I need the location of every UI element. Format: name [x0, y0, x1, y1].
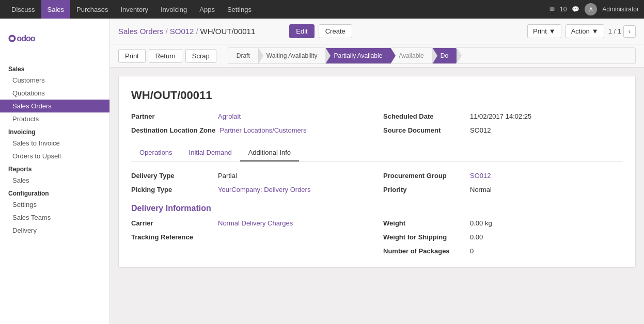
breadcrumb-current: WH/OUT/00011	[200, 27, 256, 36]
scrap-button[interactable]: Scrap	[185, 49, 216, 63]
sidebar-item-products[interactable]: Products	[0, 112, 109, 125]
status-draft[interactable]: Draft	[228, 48, 258, 63]
status-waiting[interactable]: Waiting Availability	[258, 48, 326, 63]
partner-value[interactable]: Agrolait	[218, 112, 241, 120]
source-doc-label: Source Document	[383, 126, 466, 134]
num-packages-value: 0	[470, 247, 474, 255]
print-action-button[interactable]: Print	[118, 49, 146, 63]
partner-label: Partner	[131, 112, 214, 120]
tab-operations[interactable]: Operations	[131, 144, 181, 161]
sidebar-item-sales-reports[interactable]: Sales	[0, 174, 109, 187]
nav-settings[interactable]: Settings	[221, 0, 258, 19]
print-button[interactable]: Print ▼	[527, 24, 561, 38]
sidebar-section-reports: Reports Sales	[0, 163, 109, 187]
weight-value: 0.00 kg	[470, 219, 492, 227]
picking-type-row: Picking Type YourCompany: Delivery Order…	[131, 186, 371, 193]
sidebar-item-sales-to-invoice[interactable]: Sales to Invoice	[0, 137, 109, 150]
nav-sales[interactable]: Sales	[41, 0, 71, 19]
form-fields: Partner Agrolait Destination Location Zo…	[131, 112, 623, 134]
weight-row: Weight 0.00 kg	[383, 219, 623, 227]
source-doc-value: SO012	[470, 126, 491, 134]
scheduled-date-label: Scheduled Date	[383, 112, 466, 120]
nav-inventory[interactable]: Inventory	[114, 0, 154, 19]
sidebar-title-reports: Reports	[0, 163, 109, 174]
edit-button[interactable]: Edit	[289, 24, 314, 38]
status-bar: Draft Waiting Availability Partially Ava…	[228, 47, 636, 64]
action-button[interactable]: Action ▼	[566, 24, 604, 38]
status-partially-available[interactable]: Partially Available	[325, 48, 390, 63]
tracking-ref-label: Tracking Reference	[131, 233, 214, 241]
print-dropdown-icon: ▼	[549, 27, 556, 35]
notification-icon[interactable]: ✉	[549, 6, 555, 13]
tracking-ref-row: Tracking Reference	[131, 233, 371, 241]
sidebar-item-customers[interactable]: Customers	[0, 74, 109, 87]
weight-label: Weight	[383, 219, 466, 227]
svg-point-1	[10, 37, 14, 40]
scheduled-date-row: Scheduled Date 11/02/2017 14:02:25	[383, 112, 623, 120]
priority-label: Priority	[383, 186, 466, 193]
chat-icon[interactable]: 💬	[572, 6, 579, 13]
logo-area: odoo	[0, 19, 109, 62]
tabs: Operations Initial Demand Additional Inf…	[131, 144, 623, 161]
nav-apps[interactable]: Apps	[193, 0, 221, 19]
num-packages-label: Number of Packages	[383, 247, 466, 255]
notification-count: 10	[560, 6, 567, 13]
delivery-right: Weight 0.00 kg Weight for Shipping 0.00 …	[383, 219, 623, 255]
delivery-left: Carrier Normal Delivery Charges Tracking…	[131, 219, 371, 255]
sidebar-item-quotations[interactable]: Quotations	[0, 87, 109, 100]
sidebar-title-invoicing: Invoicing	[0, 125, 109, 137]
tab-additional-info[interactable]: Additional Info	[240, 144, 299, 161]
breadcrumb-sales-orders[interactable]: Sales Orders	[118, 27, 164, 36]
create-button[interactable]: Create	[319, 24, 352, 38]
breadcrumb-sep-2: /	[196, 27, 198, 36]
delivery-info-title: Delivery Information	[131, 204, 623, 213]
top-bar: Sales Orders / SO012 / WH/OUT/00011 Edit…	[110, 19, 644, 44]
sidebar-item-sales-orders[interactable]: Sales Orders	[0, 100, 109, 112]
destination-label: Destination Location Zone	[131, 126, 215, 134]
nav-discuss[interactable]: Discuss	[5, 0, 41, 19]
pagination-text: 1 / 1	[608, 27, 621, 35]
odoo-logo: odoo	[8, 27, 39, 54]
action-bar: Print Return Scrap Draft Waiting Availab…	[110, 44, 644, 68]
return-button[interactable]: Return	[149, 49, 182, 63]
additional-info-grid: Delivery Type Partial Picking Type YourC…	[131, 172, 623, 193]
carrier-label: Carrier	[131, 219, 214, 227]
nav-invoicing[interactable]: Invoicing	[154, 0, 193, 19]
nav-purchases[interactable]: Purchases	[70, 0, 114, 19]
pagination: 1 / 1 ‹	[608, 25, 636, 38]
sidebar: odoo Sales Customers Quotations Sales Or…	[0, 19, 110, 324]
breadcrumb: Sales Orders / SO012 / WH/OUT/00011	[118, 27, 285, 36]
sidebar-item-orders-to-upsell[interactable]: Orders to Upsell	[0, 150, 109, 163]
sidebar-item-delivery[interactable]: Delivery	[0, 224, 109, 237]
sidebar-item-settings[interactable]: Settings	[0, 198, 109, 211]
top-navigation: Discuss Sales Purchases Inventory Invoic…	[0, 0, 644, 19]
priority-value: Normal	[470, 186, 492, 193]
info-right: Procurement Group SO012 Priority Normal	[383, 172, 623, 193]
picking-type-value[interactable]: YourCompany: Delivery Orders	[218, 186, 310, 193]
destination-field-row: Destination Location Zone Partner Locati…	[131, 126, 371, 134]
sidebar-section-sales: Sales Customers Quotations Sales Orders …	[0, 62, 109, 125]
additional-info-content: Delivery Type Partial Picking Type YourC…	[131, 172, 623, 255]
avatar[interactable]: A	[585, 3, 597, 15]
sidebar-item-sales-teams[interactable]: Sales Teams	[0, 211, 109, 224]
delivery-info-grid: Carrier Normal Delivery Charges Tracking…	[131, 219, 623, 255]
prev-page-button[interactable]: ‹	[623, 25, 636, 38]
tab-initial-demand[interactable]: Initial Demand	[181, 144, 240, 161]
procurement-group-value[interactable]: SO012	[470, 172, 491, 180]
priority-row: Priority Normal	[383, 186, 623, 193]
carrier-row: Carrier Normal Delivery Charges	[131, 219, 371, 227]
nav-items: Discuss Sales Purchases Inventory Invoic…	[5, 0, 258, 19]
breadcrumb-so012[interactable]: SO012	[170, 27, 194, 36]
breadcrumb-sep-1: /	[166, 27, 168, 36]
procurement-group-label: Procurement Group	[383, 172, 466, 180]
carrier-value[interactable]: Normal Delivery Charges	[218, 219, 293, 227]
weight-shipping-label: Weight for Shipping	[383, 233, 466, 241]
left-fields: Partner Agrolait Destination Location Zo…	[131, 112, 371, 134]
scheduled-date-value: 11/02/2017 14:02:25	[470, 112, 531, 120]
destination-value[interactable]: Partner Locations/Customers	[219, 126, 306, 134]
status-available[interactable]: Available	[390, 48, 432, 63]
delivery-type-row: Delivery Type Partial	[131, 172, 371, 180]
procurement-group-row: Procurement Group SO012	[383, 172, 623, 180]
svg-text:odoo: odoo	[17, 34, 36, 43]
sidebar-title-sales: Sales	[0, 62, 109, 74]
